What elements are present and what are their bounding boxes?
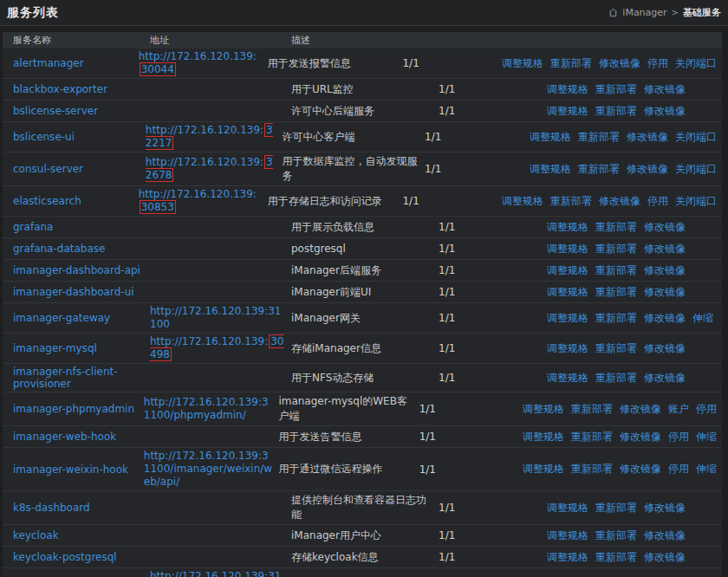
service-address-link[interactable]: http://172.16.120.139:32678 <box>146 156 273 181</box>
action-adjust-spec[interactable]: 调整规格 <box>547 220 588 235</box>
service-name-link[interactable]: blackbox-exporter <box>13 83 107 95</box>
action-redeploy[interactable]: 重新部署 <box>578 162 620 177</box>
service-name-link[interactable]: keycloak-postgresql <box>13 551 117 563</box>
action-redeploy[interactable]: 重新部署 <box>595 104 637 119</box>
action-redeploy[interactable]: 重新部署 <box>595 82 637 97</box>
service-name-link[interactable]: k8s-dashboard <box>13 502 90 514</box>
action-redeploy[interactable]: 重新部署 <box>595 285 637 300</box>
action-modify-image[interactable]: 修改镜像 <box>644 220 686 235</box>
action-adjust-spec[interactable]: 调整规格 <box>547 501 588 515</box>
action-adjust-spec[interactable]: 调整规格 <box>547 311 588 326</box>
service-name-link[interactable]: bslicense-server <box>13 105 98 117</box>
action-close-port[interactable]: 关闭端口 <box>675 56 717 71</box>
service-address-link[interactable]: http://172.16.120.139:30853 <box>139 188 257 213</box>
service-address-link[interactable]: http://172.16.120.139:30044 <box>139 50 257 75</box>
action-modify-image[interactable]: 修改镜像 <box>644 285 686 300</box>
action-redeploy[interactable]: 重新部署 <box>595 550 637 565</box>
action-adjust-spec[interactable]: 调整规格 <box>547 341 588 356</box>
action-adjust-spec[interactable]: 调整规格 <box>523 430 564 444</box>
action-redeploy[interactable]: 重新部署 <box>578 130 620 145</box>
service-name-link[interactable]: elasticsearch <box>13 195 81 207</box>
action-close-port[interactable]: 关闭端口 <box>675 162 717 177</box>
action-modify-image[interactable]: 修改镜像 <box>620 402 661 417</box>
action-adjust-spec[interactable]: 调整规格 <box>502 194 543 209</box>
action-modify-image[interactable]: 修改镜像 <box>644 82 686 97</box>
action-close-port[interactable]: 关闭端口 <box>675 130 717 145</box>
action-scale[interactable]: 伸缩 <box>692 311 713 326</box>
action-disable[interactable]: 停用 <box>647 56 668 71</box>
service-address-link[interactable]: http://172.16.120.139:30498 <box>150 335 284 360</box>
service-name-link[interactable]: grafana <box>13 221 53 233</box>
action-modify-image[interactable]: 修改镜像 <box>644 263 686 278</box>
action-adjust-spec[interactable]: 调整规格 <box>547 550 588 565</box>
service-address-link[interactable]: http://172.16.120.139:32217 <box>146 124 273 149</box>
action-redeploy[interactable]: 重新部署 <box>595 263 637 278</box>
action-redeploy[interactable]: 重新部署 <box>595 528 637 543</box>
action-modify-image[interactable]: 修改镜像 <box>620 430 661 444</box>
service-name-link[interactable]: imanager-nfs-client-provisioner <box>13 366 118 390</box>
action-adjust-spec[interactable]: 调整规格 <box>547 104 588 119</box>
action-account[interactable]: 账户 <box>668 402 689 417</box>
action-modify-image[interactable]: 修改镜像 <box>644 528 686 543</box>
action-close-port[interactable]: 关闭端口 <box>675 194 717 209</box>
action-modify-image[interactable]: 修改镜像 <box>644 311 686 326</box>
service-address-link[interactable]: http://172.16.120.139:31100/phpmyadmin/ <box>144 396 269 421</box>
service-address-link[interactable]: http://172.16.120.139:31100 <box>150 305 282 330</box>
service-name-link[interactable]: consul-server <box>13 163 83 175</box>
breadcrumb-item-imanager[interactable]: iManager <box>622 7 666 18</box>
service-name-link[interactable]: alertmanager <box>13 57 84 69</box>
action-redeploy[interactable]: 重新部署 <box>595 501 637 515</box>
action-modify-image[interactable]: 修改镜像 <box>644 242 686 256</box>
action-modify-image[interactable]: 修改镜像 <box>627 162 668 177</box>
action-disable[interactable]: 停用 <box>668 462 689 477</box>
action-redeploy[interactable]: 重新部署 <box>571 430 613 444</box>
action-redeploy[interactable]: 重新部署 <box>595 341 637 356</box>
action-adjust-spec[interactable]: 调整规格 <box>523 462 564 477</box>
action-disable[interactable]: 停用 <box>668 430 689 444</box>
action-modify-image[interactable]: 修改镜像 <box>644 104 686 119</box>
action-modify-image[interactable]: 修改镜像 <box>644 341 686 356</box>
action-redeploy[interactable]: 重新部署 <box>571 402 613 417</box>
action-disable[interactable]: 停用 <box>647 194 668 209</box>
action-redeploy[interactable]: 重新部署 <box>595 242 637 256</box>
service-name-link[interactable]: imanager-dashboard-api <box>13 264 140 276</box>
action-adjust-spec[interactable]: 调整规格 <box>530 130 571 145</box>
service-name-link[interactable]: keycloak <box>13 529 59 541</box>
action-adjust-spec[interactable]: 调整规格 <box>547 82 588 97</box>
action-adjust-spec[interactable]: 调整规格 <box>523 402 564 417</box>
action-redeploy[interactable]: 重新部署 <box>595 220 637 235</box>
service-name-link[interactable]: imanager-dashboard-ui <box>13 286 134 298</box>
service-name-link[interactable]: imanager-mysql <box>13 342 97 354</box>
service-name-link[interactable]: bslicense-ui <box>13 131 75 143</box>
action-redeploy[interactable]: 重新部署 <box>550 56 592 71</box>
action-modify-image[interactable]: 修改镜像 <box>644 550 686 565</box>
action-adjust-spec[interactable]: 调整规格 <box>547 285 588 300</box>
action-adjust-spec[interactable]: 调整规格 <box>502 56 543 71</box>
action-adjust-spec[interactable]: 调整规格 <box>547 263 588 278</box>
service-name-link[interactable]: imanager-phpmyadmin <box>13 403 134 415</box>
home-icon[interactable] <box>608 8 618 17</box>
service-name-link[interactable]: imanager-weixin-hook <box>13 464 128 476</box>
service-name-link[interactable]: grafana-database <box>13 243 105 255</box>
action-redeploy[interactable]: 重新部署 <box>571 462 613 477</box>
action-scale[interactable]: 伸缩 <box>696 462 717 477</box>
action-modify-image[interactable]: 修改镜像 <box>644 371 686 386</box>
action-modify-image[interactable]: 修改镜像 <box>599 56 640 71</box>
action-redeploy[interactable]: 重新部署 <box>595 311 637 326</box>
action-scale[interactable]: 伸缩 <box>696 430 717 444</box>
action-modify-image[interactable]: 修改镜像 <box>644 501 686 515</box>
action-adjust-spec[interactable]: 调整规格 <box>547 528 588 543</box>
action-disable[interactable]: 停用 <box>696 402 717 417</box>
service-name-link[interactable]: imanager-web-hook <box>13 431 116 443</box>
action-redeploy[interactable]: 重新部署 <box>550 194 592 209</box>
action-modify-image[interactable]: 修改镜像 <box>627 130 668 145</box>
service-address-link[interactable]: http://172.16.120.139:31100/manager/kiba… <box>150 570 282 577</box>
action-modify-image[interactable]: 修改镜像 <box>620 462 661 477</box>
service-address-link[interactable]: http://172.16.120.139:31100/imanager/wei… <box>144 450 272 488</box>
action-adjust-spec[interactable]: 调整规格 <box>530 162 571 177</box>
service-name-link[interactable]: imanager-gateway <box>13 312 110 324</box>
action-modify-image[interactable]: 修改镜像 <box>599 194 640 209</box>
action-redeploy[interactable]: 重新部署 <box>595 371 637 386</box>
action-adjust-spec[interactable]: 调整规格 <box>547 371 588 386</box>
action-adjust-spec[interactable]: 调整规格 <box>547 242 588 256</box>
